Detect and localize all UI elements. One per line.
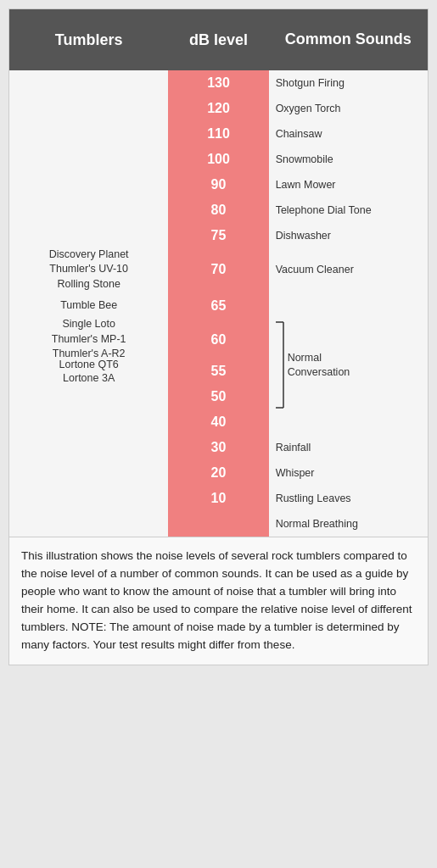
- header-row: Tumblers dB level Common Sounds: [9, 9, 428, 70]
- sound-10-label: Normal Breathing: [276, 517, 358, 531]
- db-40: 40: [168, 409, 268, 435]
- sound-20: Rustling Leaves: [269, 486, 428, 511]
- tumbler-90: [9, 172, 168, 198]
- sound-30: Whisper: [269, 460, 428, 486]
- tumbler-80: [9, 198, 168, 223]
- tumbler-65: Tumble Bee: [9, 291, 168, 320]
- tumbler-65-label: Tumble Bee: [60, 298, 117, 312]
- sound-110-label: Chainsaw: [276, 127, 322, 141]
- sound-100-label: Snowmobile: [276, 153, 333, 166]
- sound-120: Oxygen Torch: [269, 96, 428, 121]
- header-tumblers: Tumblers: [9, 9, 168, 70]
- db-30: 30: [168, 435, 268, 460]
- tumbler-10: [9, 486, 168, 511]
- db-130: 130: [168, 70, 268, 96]
- header-sounds: Common Sounds: [269, 9, 428, 70]
- sound-normal-conversation: NormalConversation: [269, 320, 428, 409]
- tumblers-col: Discovery PlanetThumler's UV-10Rolling S…: [9, 70, 168, 537]
- sound-75: Dishwasher: [269, 223, 428, 248]
- tumbler-70-label: Discovery PlanetThumler's UV-10Rolling S…: [49, 248, 129, 292]
- sound-20-label: Rustling Leaves: [276, 492, 351, 505]
- tumbler-50: [9, 384, 168, 409]
- db-60: 60: [168, 320, 268, 359]
- db-50: 50: [168, 384, 268, 409]
- db-75: 75: [168, 223, 268, 248]
- data-body: Discovery PlanetThumler's UV-10Rolling S…: [9, 70, 428, 537]
- sound-65: [269, 291, 428, 320]
- chart-container: Tumblers dB level Common Sounds Discover…: [8, 8, 429, 665]
- db-col: 130 120 110 100 90 80 75 70 65 60 55 50 …: [168, 70, 268, 537]
- tumbler-110: [9, 121, 168, 147]
- tumbler-55: Lortone QT6Lortone 3A: [9, 359, 168, 384]
- tumbler-100: [9, 147, 168, 172]
- db-110: 110: [168, 121, 268, 147]
- sound-90-label: Lawn Mower: [276, 178, 336, 192]
- sound-110: Chainsaw: [269, 121, 428, 147]
- tumbler-60: Single LotoThumler's MP-1Thumler's A-R2: [9, 320, 168, 359]
- db-120: 120: [168, 96, 268, 121]
- sound-120-label: Oxygen Torch: [276, 102, 341, 115]
- sound-80: Telephone Dial Tone: [269, 198, 428, 223]
- tumbler-30: [9, 435, 168, 460]
- sound-40: Rainfall: [269, 435, 428, 460]
- description-text: This illustration shows the noise levels…: [21, 549, 412, 651]
- db-20: 20: [168, 460, 268, 486]
- db-90: 90: [168, 172, 268, 198]
- sound-70: Vacuum Cleaner: [269, 248, 428, 291]
- sound-75-label: Dishwasher: [276, 229, 331, 242]
- sound-130-label: Shotgun Firing: [276, 76, 345, 90]
- db-80: 80: [168, 198, 268, 223]
- normal-conversation-label: NormalConversation: [288, 351, 350, 379]
- sound-40-label: Rainfall: [276, 441, 311, 454]
- tumbler-130: [9, 70, 168, 96]
- tumbler-40: [9, 409, 168, 435]
- tumbler-60-label: Single LotoThumler's MP-1Thumler's A-R2: [52, 317, 126, 362]
- sound-90: Lawn Mower: [269, 172, 428, 198]
- sound-50: [269, 409, 428, 435]
- sound-30-label: Whisper: [276, 466, 315, 480]
- db-10: 10: [168, 486, 268, 511]
- tumbler-120: [9, 96, 168, 121]
- db-100: 100: [168, 147, 268, 172]
- tumbler-75: [9, 223, 168, 248]
- db-65: 65: [168, 291, 268, 320]
- sound-80-label: Telephone Dial Tone: [276, 203, 372, 217]
- sounds-col: Shotgun Firing Oxygen Torch Chainsaw Sno…: [269, 70, 428, 537]
- sound-100: Snowmobile: [269, 147, 428, 172]
- tumbler-55-label: Lortone QT6Lortone 3A: [59, 358, 119, 386]
- description-box: This illustration shows the noise levels…: [9, 537, 428, 665]
- sound-130: Shotgun Firing: [269, 70, 428, 96]
- bracket-svg: [272, 320, 284, 409]
- db-70: 70: [168, 248, 268, 291]
- sound-70-label: Vacuum Cleaner: [276, 263, 354, 276]
- tumbler-70: Discovery PlanetThumler's UV-10Rolling S…: [9, 248, 168, 291]
- tumbler-20: [9, 460, 168, 486]
- sound-10: Normal Breathing: [269, 511, 428, 537]
- header-db: dB level: [168, 9, 268, 70]
- db-55: 55: [168, 359, 268, 384]
